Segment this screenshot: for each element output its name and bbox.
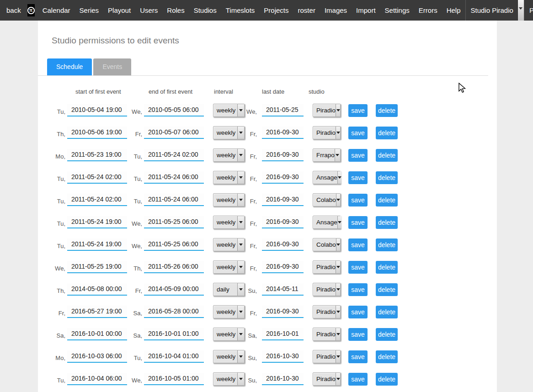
interval-select[interactable]: weekly xyxy=(213,193,245,207)
save-button[interactable]: save xyxy=(348,194,368,207)
studio-select[interactable]: Piradio xyxy=(313,305,341,318)
chevron-down-icon[interactable] xyxy=(336,238,340,251)
start-datetime-input[interactable] xyxy=(67,350,127,363)
last-date-input[interactable] xyxy=(262,328,304,340)
chevron-down-icon[interactable] xyxy=(336,104,340,117)
studio-select[interactable]: Piradio xyxy=(313,328,341,341)
chevron-down-icon[interactable] xyxy=(336,350,340,363)
delete-button[interactable]: delete xyxy=(376,104,398,117)
start-datetime-input[interactable] xyxy=(67,171,127,184)
interval-select[interactable]: weekly xyxy=(213,126,245,139)
chevron-down-icon[interactable] xyxy=(336,328,340,340)
last-date-input[interactable] xyxy=(262,283,304,296)
start-datetime-input[interactable] xyxy=(67,149,127,161)
chevron-down-icon[interactable] xyxy=(237,171,244,184)
end-datetime-input[interactable] xyxy=(144,104,204,117)
delete-button[interactable]: delete xyxy=(376,373,398,386)
chevron-down-icon[interactable] xyxy=(237,194,244,206)
nav-item-series[interactable]: Series xyxy=(75,0,104,21)
chevron-down-icon[interactable] xyxy=(336,194,340,206)
nav-item-errors[interactable]: Errors xyxy=(414,0,442,21)
nav-item-playout[interactable]: Playout xyxy=(103,0,135,21)
last-date-input[interactable] xyxy=(262,216,304,228)
start-datetime-input[interactable] xyxy=(67,194,127,206)
delete-button[interactable]: delete xyxy=(376,350,398,363)
interval-select[interactable]: weekly xyxy=(213,148,245,162)
chevron-down-icon[interactable] xyxy=(336,373,340,385)
delete-button[interactable]: delete xyxy=(376,194,398,207)
end-datetime-input[interactable] xyxy=(144,283,204,296)
last-date-input[interactable] xyxy=(262,149,304,161)
end-datetime-input[interactable] xyxy=(144,328,204,340)
chevron-down-icon[interactable] xyxy=(237,216,244,228)
nav-item-back[interactable]: back xyxy=(0,0,26,21)
chevron-down-icon[interactable] xyxy=(237,283,244,296)
app-logo[interactable]: π xyxy=(27,4,35,16)
interval-select[interactable]: daily xyxy=(213,283,245,296)
end-datetime-input[interactable] xyxy=(144,194,204,206)
last-date-input[interactable] xyxy=(262,238,304,251)
start-datetime-input[interactable] xyxy=(67,216,127,228)
end-datetime-input[interactable] xyxy=(144,238,204,251)
last-date-input[interactable] xyxy=(262,350,304,363)
studio-select[interactable]: Piradio xyxy=(313,283,341,296)
save-button[interactable]: save xyxy=(348,216,368,229)
project-select-dropdown[interactable]: Project 88vier xyxy=(524,0,533,21)
studio-select[interactable]: Piradio xyxy=(313,372,341,386)
start-datetime-input[interactable] xyxy=(67,373,127,385)
chevron-down-icon[interactable] xyxy=(337,171,341,184)
interval-select[interactable]: weekly xyxy=(213,372,245,386)
start-datetime-input[interactable] xyxy=(67,261,127,273)
studio-select[interactable]: Colabo xyxy=(313,238,341,251)
chevron-down-icon[interactable] xyxy=(237,149,244,161)
save-button[interactable]: save xyxy=(348,350,368,363)
nav-item-timeslots[interactable]: Timeslots xyxy=(221,0,260,21)
end-datetime-input[interactable] xyxy=(144,149,204,161)
last-date-input[interactable] xyxy=(262,127,304,139)
save-button[interactable]: save xyxy=(348,171,368,184)
nav-item-projects[interactable]: Projects xyxy=(259,0,293,21)
studio-select[interactable]: Piradio xyxy=(313,126,341,139)
end-datetime-input[interactable] xyxy=(144,216,204,228)
last-date-input[interactable] xyxy=(262,306,304,318)
save-button[interactable]: save xyxy=(348,283,368,296)
chevron-down-icon[interactable] xyxy=(237,261,244,273)
chevron-down-icon[interactable] xyxy=(237,350,244,363)
chevron-down-icon[interactable] xyxy=(237,328,244,340)
save-button[interactable]: save xyxy=(348,149,368,162)
chevron-down-icon[interactable] xyxy=(336,283,340,296)
studio-select[interactable]: Piradio xyxy=(313,104,341,117)
chevron-down-icon[interactable] xyxy=(237,306,244,318)
studio-select-dropdown[interactable]: Studio Piradio xyxy=(465,0,524,21)
delete-button[interactable]: delete xyxy=(376,261,398,274)
last-date-input[interactable] xyxy=(262,373,304,385)
nav-item-roster[interactable]: roster xyxy=(293,0,320,21)
interval-select[interactable]: weekly xyxy=(213,305,245,318)
interval-select[interactable]: weekly xyxy=(213,328,245,341)
save-button[interactable]: save xyxy=(348,238,368,251)
save-button[interactable]: save xyxy=(348,261,368,274)
nav-item-help[interactable]: Help xyxy=(442,0,465,21)
studio-select[interactable]: Piradio xyxy=(313,350,341,363)
end-datetime-input[interactable] xyxy=(144,171,204,184)
interval-select[interactable]: weekly xyxy=(213,171,245,184)
delete-button[interactable]: delete xyxy=(376,328,398,341)
last-date-input[interactable] xyxy=(262,171,304,184)
chevron-down-icon[interactable] xyxy=(237,238,244,251)
end-datetime-input[interactable] xyxy=(144,127,204,139)
start-datetime-input[interactable] xyxy=(67,306,127,318)
studio-select[interactable]: Piradio xyxy=(313,260,341,274)
chevron-down-icon[interactable] xyxy=(237,127,244,139)
interval-select[interactable]: weekly xyxy=(213,238,245,251)
studio-select[interactable]: Ansage xyxy=(313,171,341,184)
delete-button[interactable]: delete xyxy=(376,127,398,139)
studio-select[interactable]: Frrapo xyxy=(313,148,341,162)
chevron-down-icon[interactable] xyxy=(237,104,244,117)
delete-button[interactable]: delete xyxy=(376,238,398,251)
save-button[interactable]: save xyxy=(348,328,368,341)
nav-item-studios[interactable]: Studios xyxy=(189,0,221,21)
end-datetime-input[interactable] xyxy=(144,373,204,385)
nav-item-users[interactable]: Users xyxy=(135,0,162,21)
delete-button[interactable]: delete xyxy=(376,149,398,162)
interval-select[interactable]: weekly xyxy=(213,216,245,229)
